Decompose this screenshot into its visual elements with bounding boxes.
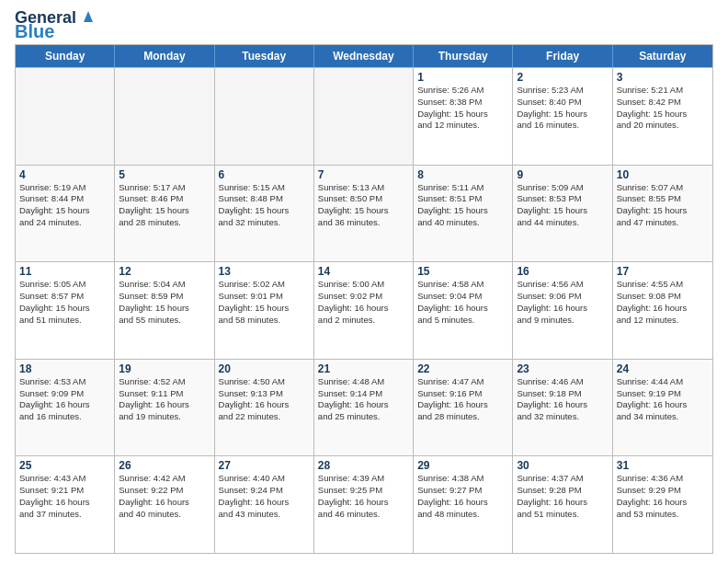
logo-icon	[78, 6, 98, 26]
day-number: 1	[417, 71, 508, 84]
day-number: 14	[318, 265, 409, 278]
day-number: 30	[517, 459, 608, 472]
day-number: 25	[19, 459, 110, 472]
week-row-5: 25Sunrise: 4:43 AM Sunset: 9:21 PM Dayli…	[16, 455, 712, 553]
day-number: 29	[417, 459, 508, 472]
page: General Blue SundayMondayTuesdayWednesda…	[0, 0, 728, 563]
cell-info: Sunrise: 5:21 AM Sunset: 8:42 PM Dayligh…	[617, 85, 709, 132]
day-cell-19: 19Sunrise: 4:52 AM Sunset: 9:11 PM Dayli…	[115, 360, 214, 456]
cell-info: Sunrise: 5:00 AM Sunset: 9:02 PM Dayligh…	[318, 279, 409, 326]
day-cell-10: 10Sunrise: 5:07 AM Sunset: 8:55 PM Dayli…	[613, 166, 712, 262]
day-cell-17: 17Sunrise: 4:55 AM Sunset: 9:08 PM Dayli…	[613, 262, 712, 359]
cell-info: Sunrise: 5:04 AM Sunset: 8:59 PM Dayligh…	[119, 279, 210, 326]
day-cell-20: 20Sunrise: 4:50 AM Sunset: 9:13 PM Dayli…	[215, 360, 314, 456]
cell-info: Sunrise: 4:42 AM Sunset: 9:22 PM Dayligh…	[119, 473, 210, 520]
day-cell-13: 13Sunrise: 5:02 AM Sunset: 9:01 PM Dayli…	[215, 262, 314, 359]
cell-info: Sunrise: 4:53 AM Sunset: 9:09 PM Dayligh…	[19, 376, 110, 423]
day-cell-7: 7Sunrise: 5:13 AM Sunset: 8:50 PM Daylig…	[314, 166, 414, 262]
day-number: 17	[617, 265, 709, 278]
weekday-header-saturday: Saturday	[613, 45, 712, 67]
cell-info: Sunrise: 5:07 AM Sunset: 8:55 PM Dayligh…	[617, 182, 709, 229]
day-cell-26: 26Sunrise: 4:42 AM Sunset: 9:22 PM Dayli…	[115, 456, 214, 553]
weekday-header-sunday: Sunday	[16, 45, 115, 67]
cell-info: Sunrise: 4:55 AM Sunset: 9:08 PM Dayligh…	[617, 279, 709, 326]
header: General Blue	[15, 9, 713, 40]
day-number: 12	[119, 265, 210, 278]
svg-marker-0	[84, 11, 93, 22]
day-number: 10	[617, 168, 709, 181]
day-number: 4	[19, 168, 110, 181]
cell-info: Sunrise: 4:36 AM Sunset: 9:29 PM Dayligh…	[617, 473, 709, 520]
day-cell-6: 6Sunrise: 5:15 AM Sunset: 8:48 PM Daylig…	[215, 166, 314, 262]
day-number: 5	[119, 168, 210, 181]
cell-info: Sunrise: 5:13 AM Sunset: 8:50 PM Dayligh…	[318, 182, 409, 229]
day-number: 20	[219, 362, 310, 375]
cell-info: Sunrise: 5:23 AM Sunset: 8:40 PM Dayligh…	[517, 85, 608, 132]
cell-info: Sunrise: 4:44 AM Sunset: 9:19 PM Dayligh…	[617, 376, 709, 423]
cell-info: Sunrise: 4:39 AM Sunset: 9:25 PM Dayligh…	[318, 473, 409, 520]
cell-info: Sunrise: 5:17 AM Sunset: 8:46 PM Dayligh…	[119, 182, 210, 229]
day-number: 8	[417, 168, 508, 181]
calendar-body: 1Sunrise: 5:26 AM Sunset: 8:38 PM Daylig…	[16, 67, 712, 553]
cell-info: Sunrise: 4:48 AM Sunset: 9:14 PM Dayligh…	[318, 376, 409, 423]
day-number: 15	[417, 265, 508, 278]
empty-cell	[115, 68, 214, 165]
weekday-header-monday: Monday	[115, 45, 214, 67]
day-cell-4: 4Sunrise: 5:19 AM Sunset: 8:44 PM Daylig…	[16, 166, 115, 262]
day-cell-29: 29Sunrise: 4:38 AM Sunset: 9:27 PM Dayli…	[414, 456, 513, 553]
day-cell-2: 2Sunrise: 5:23 AM Sunset: 8:40 PM Daylig…	[513, 68, 612, 165]
cell-info: Sunrise: 5:05 AM Sunset: 8:57 PM Dayligh…	[19, 279, 110, 326]
day-cell-3: 3Sunrise: 5:21 AM Sunset: 8:42 PM Daylig…	[613, 68, 712, 165]
day-number: 3	[617, 71, 709, 84]
calendar-header: SundayMondayTuesdayWednesdayThursdayFrid…	[16, 45, 712, 67]
day-number: 28	[318, 459, 409, 472]
cell-info: Sunrise: 5:09 AM Sunset: 8:53 PM Dayligh…	[517, 182, 608, 229]
empty-cell	[314, 68, 414, 165]
cell-info: Sunrise: 5:26 AM Sunset: 8:38 PM Dayligh…	[417, 85, 508, 132]
weekday-header-friday: Friday	[513, 45, 612, 67]
day-cell-1: 1Sunrise: 5:26 AM Sunset: 8:38 PM Daylig…	[414, 68, 513, 165]
week-row-2: 4Sunrise: 5:19 AM Sunset: 8:44 PM Daylig…	[16, 165, 712, 262]
day-number: 31	[617, 459, 709, 472]
logo-blue: Blue	[15, 22, 54, 40]
cell-info: Sunrise: 4:56 AM Sunset: 9:06 PM Dayligh…	[517, 279, 608, 326]
day-cell-27: 27Sunrise: 4:40 AM Sunset: 9:24 PM Dayli…	[215, 456, 314, 553]
weekday-header-thursday: Thursday	[414, 45, 513, 67]
day-cell-11: 11Sunrise: 5:05 AM Sunset: 8:57 PM Dayli…	[16, 262, 115, 359]
day-cell-23: 23Sunrise: 4:46 AM Sunset: 9:18 PM Dayli…	[513, 360, 612, 456]
day-cell-5: 5Sunrise: 5:17 AM Sunset: 8:46 PM Daylig…	[115, 166, 214, 262]
day-cell-30: 30Sunrise: 4:37 AM Sunset: 9:28 PM Dayli…	[513, 456, 612, 553]
day-cell-9: 9Sunrise: 5:09 AM Sunset: 8:53 PM Daylig…	[513, 166, 612, 262]
day-number: 11	[19, 265, 110, 278]
cell-info: Sunrise: 4:38 AM Sunset: 9:27 PM Dayligh…	[417, 473, 508, 520]
cell-info: Sunrise: 4:37 AM Sunset: 9:28 PM Dayligh…	[517, 473, 608, 520]
day-number: 21	[318, 362, 409, 375]
day-number: 22	[417, 362, 508, 375]
day-cell-28: 28Sunrise: 4:39 AM Sunset: 9:25 PM Dayli…	[314, 456, 414, 553]
day-number: 9	[517, 168, 608, 181]
day-number: 19	[119, 362, 210, 375]
cell-info: Sunrise: 5:02 AM Sunset: 9:01 PM Dayligh…	[219, 279, 310, 326]
logo: General Blue	[15, 9, 98, 40]
week-row-4: 18Sunrise: 4:53 AM Sunset: 9:09 PM Dayli…	[16, 359, 712, 456]
day-number: 26	[119, 459, 210, 472]
day-cell-22: 22Sunrise: 4:47 AM Sunset: 9:16 PM Dayli…	[414, 360, 513, 456]
day-number: 23	[517, 362, 608, 375]
day-cell-24: 24Sunrise: 4:44 AM Sunset: 9:19 PM Dayli…	[613, 360, 712, 456]
day-cell-12: 12Sunrise: 5:04 AM Sunset: 8:59 PM Dayli…	[115, 262, 214, 359]
weekday-header-tuesday: Tuesday	[215, 45, 314, 67]
cell-info: Sunrise: 4:46 AM Sunset: 9:18 PM Dayligh…	[517, 376, 608, 423]
day-cell-16: 16Sunrise: 4:56 AM Sunset: 9:06 PM Dayli…	[513, 262, 612, 359]
day-number: 24	[617, 362, 709, 375]
cell-info: Sunrise: 4:40 AM Sunset: 9:24 PM Dayligh…	[219, 473, 310, 520]
day-number: 2	[517, 71, 608, 84]
day-number: 27	[219, 459, 310, 472]
cell-info: Sunrise: 4:50 AM Sunset: 9:13 PM Dayligh…	[219, 376, 310, 423]
weekday-header-wednesday: Wednesday	[314, 45, 414, 67]
cell-info: Sunrise: 5:11 AM Sunset: 8:51 PM Dayligh…	[417, 182, 508, 229]
cell-info: Sunrise: 4:43 AM Sunset: 9:21 PM Dayligh…	[19, 473, 110, 520]
day-number: 13	[219, 265, 310, 278]
week-row-1: 1Sunrise: 5:26 AM Sunset: 8:38 PM Daylig…	[16, 67, 712, 165]
cell-info: Sunrise: 4:47 AM Sunset: 9:16 PM Dayligh…	[417, 376, 508, 423]
cell-info: Sunrise: 4:58 AM Sunset: 9:04 PM Dayligh…	[417, 279, 508, 326]
